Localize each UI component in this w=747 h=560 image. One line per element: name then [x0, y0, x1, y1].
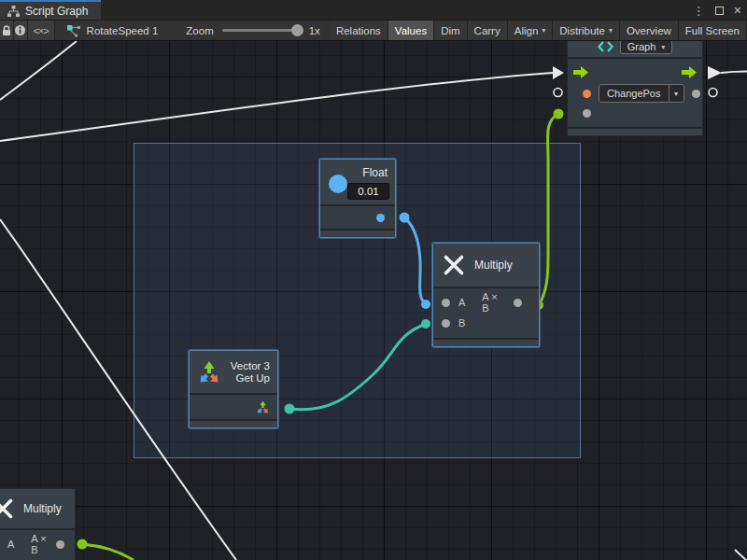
- node-float[interactable]: Float 0.01: [319, 159, 396, 238]
- port-dot[interactable]: [692, 90, 700, 98]
- node-subtitle: Get Up: [236, 372, 270, 384]
- wire-blob: [421, 300, 430, 309]
- graph-node-icon: [66, 23, 81, 38]
- toolbar-button-full-screen[interactable]: Full Screen: [679, 21, 747, 40]
- wire-arrowhead-in: [553, 66, 564, 79]
- zoom-slider-handle[interactable]: [291, 24, 303, 36]
- info-icon: [14, 24, 26, 36]
- node-graph-output-header: Graph ▾: [568, 41, 702, 59]
- toolbar-button-label: Values: [395, 25, 427, 36]
- chevron-down-icon: ▾: [669, 85, 684, 102]
- node-title: Multiply: [474, 259, 513, 272]
- tab-title: Script Graph: [25, 5, 88, 18]
- graph-dropdown-label: Graph: [627, 41, 656, 52]
- tab-script-graph[interactable]: Script Graph: [0, 0, 101, 20]
- value-wire-multiply-out[interactable]: [539, 114, 558, 305]
- control-wire-right-out[interactable]: [721, 72, 747, 74]
- toolbar-button-values[interactable]: Values: [388, 21, 434, 40]
- code-view-button[interactable]: <×>: [28, 21, 55, 40]
- changepos-dropdown[interactable]: ChangePos ▾: [599, 84, 684, 103]
- port-dot-float-out[interactable]: [376, 214, 385, 222]
- node-footer: [433, 338, 539, 346]
- node-graph-output[interactable]: Graph ▾ ChangePos ▾: [567, 41, 703, 136]
- port-dot[interactable]: [583, 109, 591, 118]
- toolbar-button-label: Dim: [441, 25, 459, 36]
- toolbar-button-align[interactable]: Align▾: [508, 21, 554, 40]
- wire-blob: [554, 109, 564, 119]
- node-float-body: [320, 206, 395, 229]
- window-menu-icon[interactable]: ⋮: [693, 5, 705, 17]
- toolbar-button-carry[interactable]: Carry: [468, 21, 508, 40]
- zoom-label: Zoom: [186, 25, 213, 36]
- lock-icon: [1, 24, 12, 36]
- lock-button[interactable]: [0, 21, 14, 40]
- value-wire-multiply2-out[interactable]: [82, 544, 134, 560]
- code-icon: <×>: [33, 25, 48, 36]
- chevron-down-icon: ▾: [661, 43, 665, 51]
- port-dot-out[interactable]: [514, 299, 522, 307]
- control-wire-left-in[interactable]: [0, 73, 553, 141]
- maximize-icon[interactable]: [715, 7, 724, 15]
- wire-blob: [421, 319, 430, 329]
- float-value-input[interactable]: 0.01: [347, 183, 389, 200]
- toolbar-button-label: Relations: [336, 25, 381, 36]
- node-vector-header: Vector 3 Get Up: [190, 351, 277, 395]
- port-dot-orange[interactable]: [583, 90, 591, 98]
- port-label-a: A: [7, 539, 14, 550]
- port-label-b: B: [458, 317, 465, 329]
- code-chevrons-icon: [598, 41, 613, 52]
- chevron-down-icon: ▾: [542, 26, 545, 35]
- toolbar-button-overview[interactable]: Overview: [620, 21, 679, 40]
- graph-canvas[interactable]: Graph ▾ ChangePos ▾: [0, 41, 747, 560]
- port-dot-b[interactable]: [442, 319, 450, 328]
- wire-blob: [78, 539, 88, 550]
- toolbar-button-dim[interactable]: Dim: [434, 21, 467, 40]
- port-dot-a[interactable]: [442, 299, 450, 307]
- value-wire-float[interactable]: [404, 217, 426, 304]
- wire-endpoint-circle-right: [709, 89, 717, 97]
- toolbar-button-label: Overview: [627, 25, 671, 36]
- toolbar-button-relations[interactable]: Relations: [330, 21, 388, 40]
- hierarchy-icon: [7, 6, 20, 17]
- node-multiply2-body: A A × B: [0, 530, 75, 559]
- chevron-down-icon: ▾: [609, 26, 613, 35]
- node-multiply[interactable]: Multiply A A × B B: [432, 243, 540, 347]
- node-multiply-partial[interactable]: Multiply A A × B: [0, 488, 76, 560]
- wire-blob: [285, 404, 295, 414]
- toolbar-buttons: RelationsValuesDimCarryAlign▾Distribute▾…: [330, 21, 747, 40]
- graph-breadcrumb-label: RotateSpeed 1: [87, 25, 159, 36]
- node-graph-output-body: ChangePos ▾: [568, 59, 702, 127]
- wire-endpoint-circle-left: [554, 89, 562, 97]
- control-input-arrow-icon[interactable]: [573, 66, 588, 78]
- node-title: Vector 3: [231, 360, 270, 371]
- graph-breadcrumb[interactable]: RotateSpeed 1: [55, 21, 170, 40]
- toolbar-button-distribute[interactable]: Distribute▾: [553, 21, 620, 40]
- node-float-header: Float 0.01: [320, 160, 395, 206]
- port-label-a: A: [458, 297, 465, 308]
- node-vector3-getup[interactable]: Vector 3 Get Up: [189, 350, 278, 428]
- control-wire-topleft[interactable]: [0, 41, 77, 100]
- graph-dropdown[interactable]: Graph ▾: [620, 41, 673, 54]
- graph-toolbar: <×> RotateSpeed 1 Zoom 1x RelationsValue…: [0, 21, 747, 41]
- wire-arrowhead-out: [708, 66, 722, 79]
- zoom-level: 1x: [309, 25, 320, 36]
- info-button[interactable]: [14, 21, 28, 40]
- multiply-icon: [443, 254, 465, 276]
- node-footer: [568, 127, 702, 135]
- window-controls: ⋮ ×: [693, 0, 741, 21]
- control-output-arrow-icon[interactable]: [682, 66, 697, 78]
- vector3-icon: [197, 360, 221, 385]
- toolbar-button-label: Carry: [474, 25, 500, 36]
- vector3-port-icon[interactable]: [256, 400, 270, 414]
- toolbar-button-label: Align: [514, 25, 539, 36]
- close-icon[interactable]: ×: [734, 4, 741, 17]
- port-label-out: A × B: [31, 533, 48, 555]
- node-title: Float: [362, 166, 388, 179]
- port-dot-out[interactable]: [56, 540, 64, 549]
- value-wire-vector[interactable]: [289, 324, 426, 410]
- control-wire-corner[interactable]: [735, 550, 747, 560]
- zoom-slider[interactable]: [222, 29, 301, 32]
- node-footer: [190, 419, 277, 427]
- wire-blob: [400, 213, 410, 223]
- zoom-control: Zoom 1x: [169, 21, 330, 40]
